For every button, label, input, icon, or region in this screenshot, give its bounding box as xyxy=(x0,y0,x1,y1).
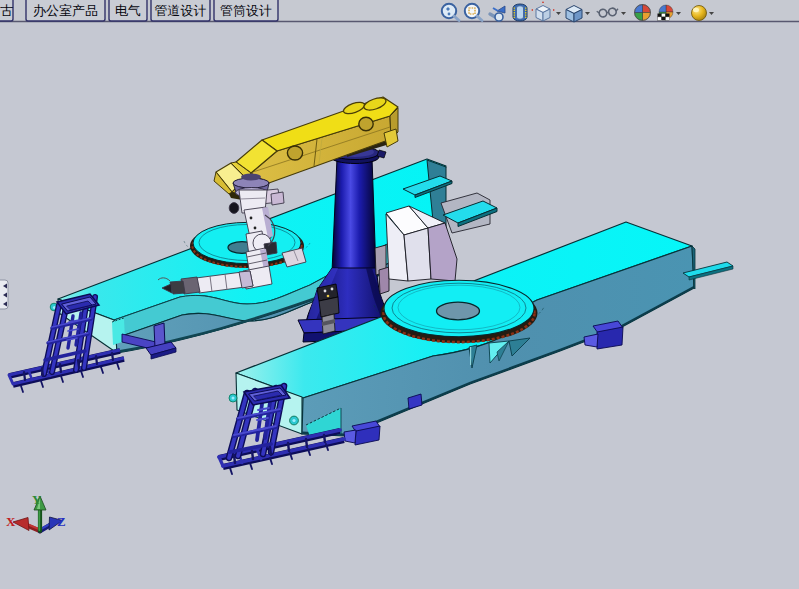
svg-text:X: X xyxy=(6,514,16,529)
svg-text:Z: Z xyxy=(57,514,66,529)
svg-text:电气: 电气 xyxy=(115,3,141,18)
svg-text:管道设计: 管道设计 xyxy=(155,3,207,18)
svg-text:Y: Y xyxy=(32,492,42,507)
svg-text:办公室产品: 办公室产品 xyxy=(33,3,98,18)
svg-text:管筒设计: 管筒设计 xyxy=(220,3,272,18)
svg-text:古: 古 xyxy=(0,3,13,18)
